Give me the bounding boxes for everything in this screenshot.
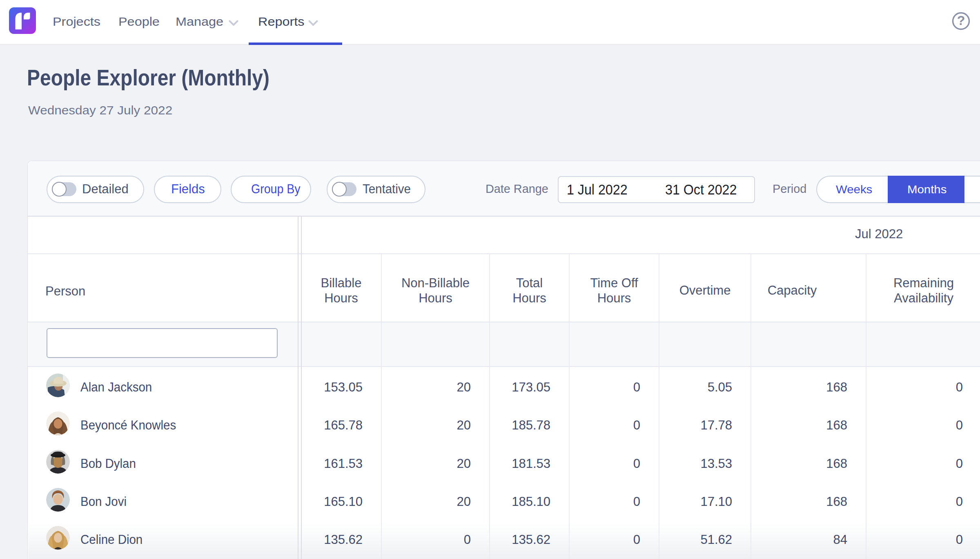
svg-text:?: ? <box>957 13 965 28</box>
